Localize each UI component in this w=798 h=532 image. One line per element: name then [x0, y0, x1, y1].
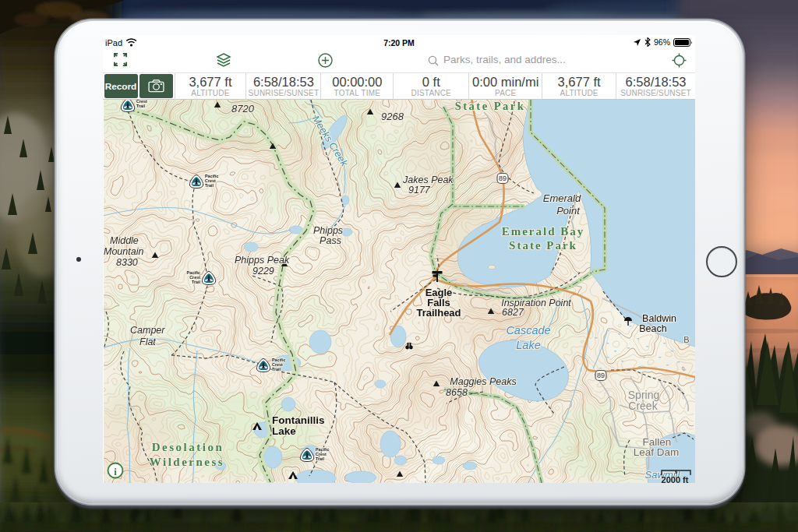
svg-text:9229: 9229	[252, 266, 274, 277]
svg-text:Trail: Trail	[136, 104, 146, 108]
svg-text:Lake: Lake	[272, 425, 296, 437]
svg-text:89: 89	[597, 372, 605, 379]
svg-text:Cascade: Cascade	[506, 324, 550, 336]
svg-text:Maggies Peaks: Maggies Peaks	[450, 376, 516, 387]
svg-text:8720: 8720	[231, 103, 255, 115]
svg-text:Desolation: Desolation	[152, 441, 224, 453]
svg-text:Phipps Peak: Phipps Peak	[235, 255, 290, 266]
svg-text:Wilderness: Wilderness	[150, 456, 224, 468]
svg-text:2000 ft: 2000 ft	[662, 475, 689, 483]
svg-text:Emerald Bay: Emerald Bay	[502, 225, 585, 238]
svg-text:Middle: Middle	[110, 235, 139, 246]
svg-text:Trail: Trail	[192, 280, 201, 284]
svg-text:Leaf Dam: Leaf Dam	[634, 446, 680, 458]
svg-text:Trail: Trail	[205, 183, 214, 188]
svg-text:i: i	[114, 466, 117, 477]
svg-text:9177: 9177	[408, 185, 431, 196]
svg-text:Baldwin: Baldwin	[642, 313, 676, 324]
svg-text:Trailhead: Trailhead	[416, 307, 461, 319]
svg-text:8658: 8658	[446, 387, 468, 398]
svg-text:Pass: Pass	[320, 235, 341, 246]
svg-text:Fontanillis: Fontanillis	[272, 414, 325, 426]
svg-text:89: 89	[499, 174, 507, 182]
svg-text:Jakes Peak: Jakes Peak	[402, 174, 454, 185]
svg-text:Creek: Creek	[628, 400, 658, 412]
svg-text:Lake: Lake	[516, 339, 540, 351]
svg-text:State Park: State Park	[455, 100, 526, 112]
svg-text:Flat: Flat	[139, 336, 156, 347]
svg-text:Point: Point	[556, 205, 581, 217]
svg-text:Phipps: Phipps	[313, 225, 343, 236]
svg-text:6827: 6827	[502, 307, 524, 318]
svg-text:Trail: Trail	[316, 456, 325, 461]
svg-text:State Park: State Park	[509, 239, 577, 252]
svg-text:Beach: Beach	[639, 323, 666, 334]
svg-text:9268: 9268	[381, 111, 404, 122]
svg-text:8330: 8330	[116, 257, 138, 268]
svg-text:Emerald: Emerald	[543, 192, 581, 204]
svg-text:B: B	[683, 335, 689, 344]
svg-text:Trail: Trail	[272, 367, 281, 372]
svg-text:Camper: Camper	[130, 325, 165, 336]
svg-text:Mountain: Mountain	[104, 246, 143, 257]
